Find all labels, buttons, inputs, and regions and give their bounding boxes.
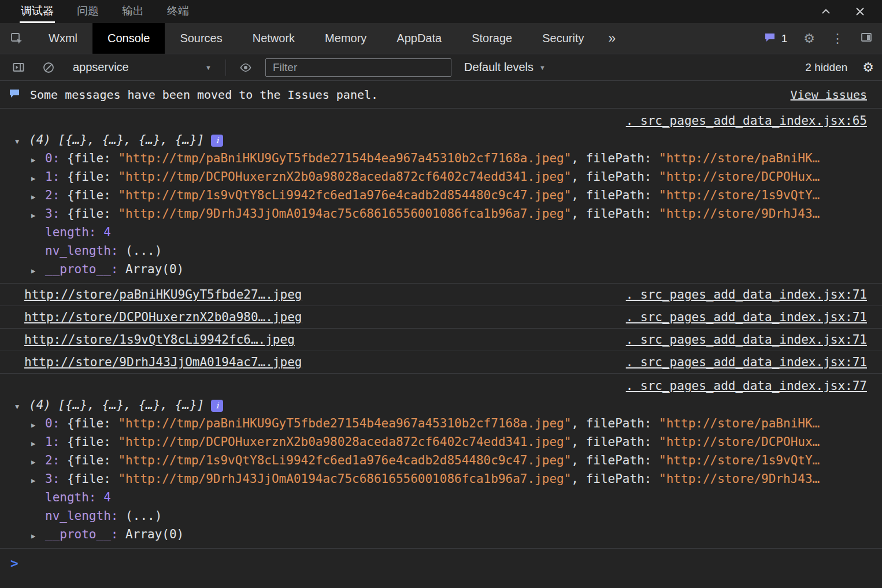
- dock-side-icon[interactable]: [860, 31, 873, 46]
- tab-console[interactable]: Console: [92, 23, 165, 54]
- console-sidebar-icon[interactable]: [8, 58, 29, 77]
- getter-ellipsis[interactable]: (...): [125, 509, 162, 523]
- chevron-collapsed-icon[interactable]: ▶: [31, 416, 45, 433]
- window-tab-debugger[interactable]: 调试器: [20, 0, 55, 23]
- window-tabs: 调试器 问题 输出 终端: [0, 0, 201, 23]
- store-url-link[interactable]: http://store/DCPOHuxerznX2b0a980….jpeg: [24, 310, 302, 324]
- chevron-collapsed-icon[interactable]: ▶: [31, 527, 45, 544]
- store-url-link[interactable]: http://store/1s9vQtY8cLi9942fc6….jpeg: [24, 333, 295, 347]
- tab-storage[interactable]: Storage: [457, 23, 527, 54]
- proto-row: ▶__proto__: Array(0): [15, 260, 882, 278]
- file-url: "http://tmp/9DrhJ43JjOmA0194ac75c6861655…: [118, 207, 571, 221]
- object-open: {file:: [67, 207, 111, 221]
- property-key: 3:: [45, 472, 60, 486]
- property-value: Array(0): [125, 262, 184, 276]
- object-open: {file:: [67, 435, 111, 449]
- console-message-link: http://store/paBniHKU9GyT5fbde27….jpeg .…: [0, 284, 882, 306]
- source-row: . src_pages_add_data_index.jsx:65: [0, 109, 882, 131]
- console-infobar: Some messages have been moved to the Iss…: [0, 81, 882, 109]
- property-key: 0:: [45, 416, 60, 430]
- console-settings-icon[interactable]: ⚙: [862, 61, 874, 74]
- source-link[interactable]: . src_pages_add_data_index.jsx:71: [626, 355, 867, 369]
- window-tab-terminal[interactable]: 终端: [166, 0, 190, 23]
- execution-context-selector[interactable]: appservice ▼: [68, 61, 216, 74]
- source-link[interactable]: . src_pages_add_data_index.jsx:71: [626, 288, 867, 302]
- eye-icon[interactable]: [235, 58, 256, 77]
- object-open: {file:: [67, 188, 111, 202]
- getter-ellipsis[interactable]: (...): [125, 244, 162, 258]
- window-controls: [820, 0, 882, 23]
- chevron-collapsed-icon[interactable]: ▶: [31, 471, 45, 488]
- tab-appdata[interactable]: AppData: [381, 23, 457, 54]
- tabbar-right-icons: 1 ⚙ ⋮: [764, 23, 882, 54]
- console-prompt[interactable]: >: [0, 549, 882, 571]
- object-open: {file:: [67, 170, 111, 184]
- property-key: 1:: [45, 170, 60, 184]
- array-item-row: ▶2: {file: "http://tmp/1s9vQtY8cLi9942fc…: [15, 451, 882, 470]
- proto-row: ▶__proto__: Array(0): [15, 525, 882, 544]
- filepath-label: , filePath:: [571, 151, 651, 165]
- inspect-element-icon[interactable]: [0, 23, 34, 54]
- chevron-collapsed-icon[interactable]: ▶: [31, 453, 45, 470]
- filepath-label: , filePath:: [571, 453, 651, 467]
- chevron-collapsed-icon[interactable]: ▶: [31, 262, 45, 278]
- tab-security[interactable]: Security: [527, 23, 599, 54]
- chevron-expanded-icon[interactable]: ▼: [15, 132, 29, 149]
- filepath-label: , filePath:: [571, 207, 651, 221]
- issues-counter-button[interactable]: 1: [764, 31, 788, 46]
- file-url: "http://tmp/1s9vQtY8cLi9942fc6ed1a976e4c…: [118, 188, 571, 202]
- tab-memory[interactable]: Memory: [310, 23, 381, 54]
- more-tabs-button[interactable]: »: [599, 23, 625, 54]
- source-link[interactable]: . src_pages_add_data_index.jsx:65: [626, 114, 867, 128]
- filepath-label: , filePath:: [571, 188, 651, 202]
- close-icon[interactable]: [854, 6, 866, 17]
- tab-network[interactable]: Network: [238, 23, 310, 54]
- chevron-collapsed-icon[interactable]: ▶: [31, 188, 45, 204]
- settings-gear-icon[interactable]: ⚙: [803, 32, 815, 45]
- tab-wxml[interactable]: Wxml: [34, 23, 92, 54]
- file-url: "http://tmp/9DrhJ43JjOmA0194ac75c6861655…: [118, 472, 571, 486]
- property-key: 2:: [45, 453, 60, 467]
- view-issues-link[interactable]: View issues: [791, 88, 867, 102]
- property-row: nv_length: (...): [15, 241, 882, 260]
- property-value: 4: [103, 225, 111, 239]
- filepath-url: "http://store/9DrhJ43…: [659, 472, 820, 486]
- log-levels-dropdown[interactable]: Default levels ▼: [461, 61, 549, 74]
- store-url-link[interactable]: http://store/paBniHKU9GyT5fbde27….jpeg: [24, 288, 302, 302]
- chevron-collapsed-icon[interactable]: ▶: [31, 151, 45, 168]
- array-log-tree: ▼(4) [{…}, {…}, {…}, {…}]i ▶0: {file: "h…: [0, 396, 882, 548]
- window-titlebar: 调试器 问题 输出 终端: [0, 0, 882, 23]
- file-url: "http://tmp/DCPOHuxerznX2b0a98028aceda87…: [118, 435, 571, 449]
- array-item-row: ▶1: {file: "http://tmp/DCPOHuxerznX2b0a9…: [15, 168, 882, 186]
- chevron-expanded-icon[interactable]: ▼: [15, 397, 29, 414]
- source-link[interactable]: . src_pages_add_data_index.jsx:71: [626, 333, 867, 347]
- source-link[interactable]: . src_pages_add_data_index.jsx:77: [626, 379, 867, 393]
- file-url: "http://tmp/paBniHKU9GyT5fbde27154b4ea96…: [118, 416, 571, 430]
- tab-sources[interactable]: Sources: [165, 23, 237, 54]
- filter-input[interactable]: [265, 58, 451, 77]
- property-key: 1:: [45, 435, 60, 449]
- array-item-row: ▶2: {file: "http://tmp/1s9vQtY8cLi9942fc…: [15, 186, 882, 204]
- chevron-collapsed-icon[interactable]: ▶: [31, 169, 45, 186]
- window-tab-output[interactable]: 输出: [121, 0, 145, 23]
- store-url-link[interactable]: http://store/9DrhJ43JjOmA0194ac7….jpeg: [24, 355, 302, 369]
- property-key: 2:: [45, 188, 60, 202]
- property-key: __proto__:: [45, 527, 118, 541]
- property-key: 3:: [45, 207, 60, 221]
- kebab-menu-icon[interactable]: ⋮: [831, 32, 844, 45]
- prompt-chevron-icon: >: [10, 556, 18, 571]
- source-link[interactable]: . src_pages_add_data_index.jsx:71: [626, 310, 867, 324]
- filepath-label: , filePath:: [571, 170, 651, 184]
- console-message-array-2: . src_pages_add_data_index.jsx:77 ▼(4) […: [0, 374, 882, 549]
- array-preview-row: ▼(4) [{…}, {…}, {…}, {…}]i: [15, 396, 882, 414]
- filepath-url: "http://store/1s9vQtY…: [659, 188, 820, 202]
- filepath-url: "http://store/1s9vQtY…: [659, 453, 820, 467]
- object-open: {file:: [67, 453, 111, 467]
- collapse-chevron-icon[interactable]: [820, 5, 832, 18]
- clear-console-icon[interactable]: [38, 58, 59, 77]
- window-tab-issues[interactable]: 问题: [76, 0, 100, 23]
- chevron-collapsed-icon[interactable]: ▶: [31, 206, 45, 223]
- property-row: length: 4: [15, 223, 882, 241]
- chevron-collapsed-icon[interactable]: ▶: [31, 434, 45, 451]
- file-url: "http://tmp/1s9vQtY8cLi9942fc6ed1a976e4c…: [118, 453, 571, 467]
